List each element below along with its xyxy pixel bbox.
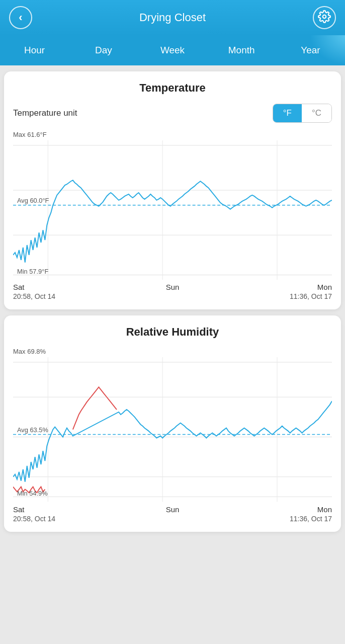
svg-text:Avg 60.0°F: Avg 60.0°F [17,197,49,204]
tab-hour[interactable]: Hour [0,35,69,65]
temperature-chart: Avg 60.0°F Min 57.9°F [13,140,332,280]
humidity-title: Relative Humidity [13,326,332,339]
humidity-mid-day: Sun [166,505,180,523]
temp-end-date: 11:36, Oct 17 [290,292,332,300]
temp-max-label: Max 61.6°F [13,131,332,138]
tab-day[interactable]: Day [69,35,138,65]
humidity-start-day: Sat [13,505,55,514]
tab-week[interactable]: Week [138,35,207,65]
gear-icon [318,10,331,26]
settings-button[interactable] [313,6,336,29]
humidity-chart-footer: Sat 20:58, Oct 14 Sun Mon 11:36, Oct 17 [13,505,332,523]
unit-toggle: °F °C [273,104,332,123]
humidity-chart: Avg 63.5% Min 54.9% [13,357,332,502]
temperature-title: Temperature [13,82,332,95]
temp-mid-day: Sun [166,283,180,300]
humidity-start-date: 20:58, Oct 14 [13,515,55,523]
svg-point-0 [323,15,326,18]
tab-month[interactable]: Month [207,35,276,65]
humidity-end-day: Mon [290,505,332,514]
humidity-card: Relative Humidity Max 69.8% Avg 63.5% [4,315,341,531]
humidity-chart-container: Max 69.8% Avg 63.5% Min 54.9% [13,348,332,522]
back-icon: ‹ [19,11,22,24]
unit-toggle-row: Temperature unit °F °C [13,104,332,123]
temp-start-day: Sat [13,283,55,291]
svg-text:Avg 63.5%: Avg 63.5% [17,426,48,434]
unit-fahrenheit-button[interactable]: °F [273,104,302,122]
temperature-chart-footer: Sat 20:58, Oct 14 Sun Mon 11:36, Oct 17 [13,283,332,300]
header: ‹ Drying Closet [0,0,345,35]
humidity-start-info: Sat 20:58, Oct 14 [13,505,55,523]
tab-bar: Hour Day Week Month Year [0,35,345,65]
humidity-end-date: 11:36, Oct 17 [290,515,332,523]
svg-text:Min 57.9°F: Min 57.9°F [17,268,48,275]
tab-year[interactable]: Year [276,35,345,65]
temp-start-info: Sat 20:58, Oct 14 [13,283,55,300]
temperature-chart-container: Max 61.6°F Avg 60.0°F Min 57.9°F Sat [13,131,332,300]
humidity-end-info: Mon 11:36, Oct 17 [290,505,332,523]
unit-celsius-button[interactable]: °C [302,104,331,122]
humidity-max-label: Max 69.8% [13,348,332,355]
temperature-card: Temperature Temperature unit °F °C Max 6… [4,71,341,309]
page-title: Drying Closet [139,11,206,24]
temp-start-date: 20:58, Oct 14 [13,292,55,300]
unit-label: Temperature unit [13,108,77,118]
svg-text:Min 54.9%: Min 54.9% [17,490,48,498]
back-button[interactable]: ‹ [9,6,32,29]
temp-end-day: Mon [290,283,332,291]
temp-end-info: Mon 11:36, Oct 17 [290,283,332,300]
